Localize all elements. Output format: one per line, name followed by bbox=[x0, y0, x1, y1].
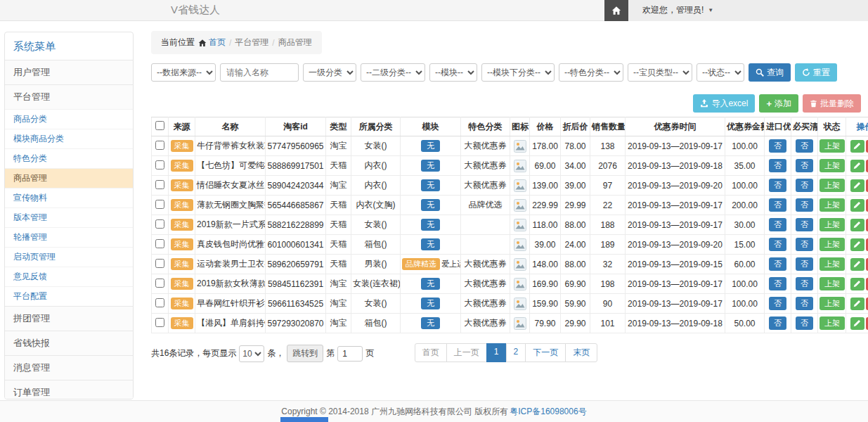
breadcrumb-item-platform[interactable]: 平台管理 bbox=[235, 37, 268, 49]
row-checkbox[interactable] bbox=[155, 318, 164, 327]
sidebar-item-featured-category[interactable]: 特色分类 bbox=[5, 148, 133, 168]
reset-button[interactable]: 重置 bbox=[795, 63, 837, 82]
must-buy-toggle[interactable]: 否 bbox=[796, 277, 813, 290]
import-select-toggle[interactable]: 否 bbox=[769, 316, 786, 330]
row-checkbox[interactable] bbox=[155, 219, 164, 229]
sidebar-item-product-management[interactable]: 商品管理 bbox=[5, 168, 133, 188]
sidebar-item-version-management[interactable]: 版本管理 bbox=[5, 207, 133, 227]
item-type-select[interactable]: --宝贝类型-- bbox=[628, 63, 692, 82]
edit-button[interactable] bbox=[850, 219, 864, 231]
sidebar-item-carousel-management[interactable]: 轮播管理 bbox=[5, 227, 133, 247]
status-toggle[interactable]: 上架 bbox=[820, 297, 845, 310]
delete-button[interactable] bbox=[866, 179, 868, 192]
page-button-2[interactable]: 2 bbox=[506, 343, 526, 362]
import-select-toggle[interactable]: 否 bbox=[769, 297, 786, 310]
must-buy-toggle[interactable]: 否 bbox=[796, 297, 813, 310]
sidebar-item-saving-news[interactable]: 省钱快报 bbox=[5, 331, 133, 355]
batch-delete-button[interactable]: 批量删除 bbox=[803, 94, 861, 113]
edit-button[interactable] bbox=[850, 199, 864, 212]
status-toggle[interactable]: 上架 bbox=[820, 179, 845, 192]
must-buy-toggle[interactable]: 否 bbox=[796, 159, 813, 172]
must-buy-toggle[interactable]: 否 bbox=[796, 179, 813, 192]
module-sub-category-select[interactable]: --模块下分类-- bbox=[481, 63, 555, 82]
delete-button[interactable] bbox=[866, 317, 868, 330]
sidebar-item-order-management[interactable]: 订单管理 bbox=[5, 380, 133, 399]
import-select-toggle[interactable]: 否 bbox=[769, 198, 786, 212]
row-checkbox[interactable] bbox=[155, 298, 164, 307]
jump-button[interactable]: 跳转到 bbox=[287, 345, 323, 362]
jump-page-input[interactable] bbox=[337, 346, 363, 362]
name-input[interactable] bbox=[220, 63, 299, 82]
edit-button[interactable] bbox=[850, 258, 864, 271]
featured-category-select[interactable]: --特色分类-- bbox=[559, 63, 623, 82]
edit-button[interactable] bbox=[850, 278, 864, 290]
sidebar-item-user-management[interactable]: 用户管理 bbox=[5, 60, 133, 84]
home-button[interactable] bbox=[604, 0, 628, 21]
import-select-toggle[interactable]: 否 bbox=[769, 238, 786, 251]
edit-button[interactable] bbox=[850, 298, 864, 310]
level1-category-select[interactable]: 一级分类 bbox=[303, 63, 356, 82]
delete-button[interactable] bbox=[866, 238, 868, 251]
import-select-toggle[interactable]: 否 bbox=[769, 257, 786, 271]
must-buy-toggle[interactable]: 否 bbox=[796, 316, 813, 330]
sidebar-item-message-management[interactable]: 消息管理 bbox=[5, 355, 133, 380]
sidebar-item-groupbuy-management[interactable]: 拼团管理 bbox=[5, 306, 133, 331]
status-toggle[interactable]: 上架 bbox=[820, 198, 845, 212]
delete-button[interactable] bbox=[866, 298, 868, 310]
import-select-toggle[interactable]: 否 bbox=[769, 139, 786, 153]
import-select-toggle[interactable]: 否 bbox=[769, 218, 786, 231]
status-toggle[interactable]: 上架 bbox=[820, 257, 845, 271]
sidebar-item-module-product-category[interactable]: 模块商品分类 bbox=[5, 129, 133, 148]
import-excel-button[interactable]: 导入excel bbox=[693, 94, 755, 113]
sidebar-item-platform-config[interactable]: 平台配置 bbox=[5, 286, 133, 306]
delete-button[interactable] bbox=[866, 140, 868, 153]
edit-button[interactable] bbox=[850, 179, 864, 192]
must-buy-toggle[interactable]: 否 bbox=[796, 198, 813, 212]
add-button[interactable]: + 添加 bbox=[759, 94, 798, 113]
search-button[interactable]: 查询 bbox=[749, 63, 791, 82]
must-buy-toggle[interactable]: 否 bbox=[796, 257, 813, 271]
page-button-next[interactable]: 下一页 bbox=[525, 343, 566, 362]
status-toggle[interactable]: 上架 bbox=[820, 139, 845, 153]
row-checkbox[interactable] bbox=[155, 141, 164, 150]
delete-button[interactable] bbox=[866, 219, 868, 231]
edit-button[interactable] bbox=[850, 140, 864, 153]
status-toggle[interactable]: 上架 bbox=[820, 316, 845, 330]
row-checkbox[interactable] bbox=[155, 279, 164, 288]
icp-link[interactable]: 粤ICP备16098006号 bbox=[510, 406, 586, 418]
page-button-1[interactable]: 1 bbox=[486, 343, 507, 362]
page-button-last[interactable]: 末页 bbox=[565, 343, 597, 362]
status-toggle[interactable]: 上架 bbox=[820, 218, 845, 231]
status-toggle[interactable]: 上架 bbox=[820, 277, 845, 290]
level2-category-select[interactable]: --二级分类-- bbox=[361, 63, 425, 82]
status-toggle[interactable]: 上架 bbox=[820, 238, 845, 251]
delete-button[interactable] bbox=[866, 278, 868, 290]
sidebar-item-platform-management[interactable]: 平台管理 bbox=[5, 84, 133, 109]
row-checkbox[interactable] bbox=[155, 239, 164, 248]
delete-button[interactable] bbox=[866, 199, 868, 212]
edit-button[interactable] bbox=[850, 238, 864, 251]
import-select-toggle[interactable]: 否 bbox=[769, 277, 786, 290]
row-checkbox[interactable] bbox=[155, 160, 164, 170]
delete-button[interactable] bbox=[866, 258, 868, 271]
row-checkbox[interactable] bbox=[155, 200, 164, 209]
status-toggle[interactable]: 上架 bbox=[820, 159, 845, 172]
must-buy-toggle[interactable]: 否 bbox=[796, 139, 813, 153]
sidebar-item-promo-material[interactable]: 宣传物料 bbox=[5, 188, 133, 207]
must-buy-toggle[interactable]: 否 bbox=[796, 238, 813, 251]
edit-button[interactable] bbox=[850, 317, 864, 330]
sidebar-item-feedback[interactable]: 意见反馈 bbox=[5, 267, 133, 286]
data-source-select[interactable]: --数据来源-- bbox=[151, 63, 216, 82]
row-checkbox[interactable] bbox=[155, 259, 164, 268]
sidebar-item-splash-page-management[interactable]: 启动页管理 bbox=[5, 247, 133, 267]
select-all-checkbox[interactable] bbox=[155, 121, 164, 130]
import-select-toggle[interactable]: 否 bbox=[769, 159, 786, 172]
page-size-select[interactable]: 10 bbox=[239, 345, 264, 362]
row-checkbox[interactable] bbox=[155, 180, 164, 189]
import-select-toggle[interactable]: 否 bbox=[769, 179, 786, 192]
status-select[interactable]: --状态-- bbox=[697, 63, 744, 82]
delete-button[interactable] bbox=[866, 160, 868, 172]
edit-button[interactable] bbox=[850, 160, 864, 172]
sidebar-item-product-category[interactable]: 商品分类 bbox=[5, 109, 133, 129]
user-menu[interactable]: 欢迎您，管理员! ▼ bbox=[628, 0, 868, 21]
